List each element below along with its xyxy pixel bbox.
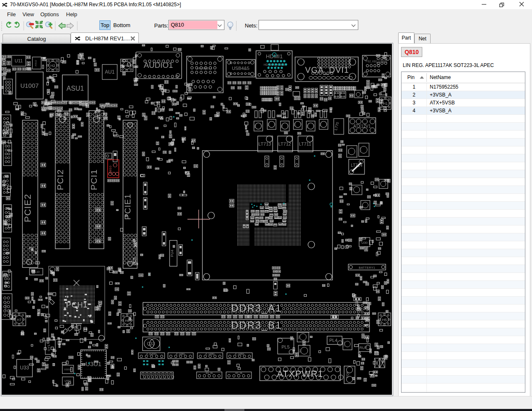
svg-text:EQ8: EQ8 (345, 371, 349, 378)
svg-text:PQ729: PQ729 (360, 147, 362, 152)
svg-text:COM1: COM1 (4, 122, 6, 130)
svg-text:AU1: AU1 (105, 69, 115, 75)
svg-text:H3: H3 (124, 64, 129, 68)
svg-text:PL5: PL5 (281, 344, 290, 349)
svg-text:U11: U11 (15, 58, 22, 63)
svg-text:U3U1: U3U1 (86, 360, 101, 367)
svg-text:F_AUDIO: F_AUDIO (147, 353, 157, 355)
svg-text:PS2_KB1_USB01: PS2_KB1_USB01 (366, 60, 388, 63)
svg-text:U33: U33 (20, 365, 29, 371)
svg-text:H5: H5 (382, 318, 387, 322)
svg-text:CQ744: CQ744 (343, 341, 345, 347)
svg-text:PCIE1: PCIE1 (123, 194, 132, 220)
svg-text:PQ7: PQ7 (254, 124, 256, 128)
svg-text:PQ7: PQ7 (306, 124, 308, 128)
svg-text:Q33: Q33 (147, 342, 155, 346)
svg-text:PQ7: PQ7 (299, 349, 301, 353)
svg-text:VGA_DVI1: VGA_DVI1 (305, 65, 349, 75)
svg-text:H1: H1 (383, 102, 388, 106)
svg-text:PCI1: PCI1 (89, 169, 99, 191)
svg-text:PQ7: PQ7 (281, 124, 283, 128)
svg-text:ATX12V1: ATX12V1 (353, 124, 371, 129)
svg-text:DDR3_A1: DDR3_A1 (231, 302, 282, 314)
svg-text:H7: H7 (17, 318, 22, 322)
svg-text:PQ7: PQ7 (293, 122, 296, 126)
svg-text:PQ7: PQ7 (267, 122, 269, 126)
svg-text:DDR3_B1: DDR3_B1 (231, 319, 282, 331)
svg-text:ATXPWR1: ATXPWR1 (277, 369, 323, 379)
svg-text:PQ7: PQ7 (298, 335, 300, 339)
svg-text:F_USB1: F_USB1 (176, 353, 185, 355)
svg-text:ASU1: ASU1 (66, 85, 84, 92)
svg-text:PCI2: PCI2 (55, 169, 65, 191)
svg-text:U30: U30 (362, 241, 368, 245)
svg-text:6Q_06: 6Q_06 (206, 372, 213, 374)
svg-text:ASU2: ASU2 (34, 60, 37, 67)
svg-text:PANEL1: PANEL1 (5, 302, 7, 311)
svg-text:H2: H2 (50, 64, 55, 68)
svg-text:L770: L770 (334, 121, 340, 131)
svg-text:LT712: LT712 (278, 141, 291, 146)
svg-text:PCH1: PCH1 (66, 301, 88, 309)
svg-text:PU4: PU4 (170, 250, 174, 257)
svg-text:USB4&5: USB4&5 (232, 66, 249, 71)
svg-text:LT711: LT711 (299, 141, 311, 146)
svg-text:PQ7: PQ7 (319, 122, 321, 126)
svg-text:F_USB3: F_USB3 (235, 353, 244, 355)
svg-text:BATTERY1: BATTERY1 (359, 266, 375, 269)
svg-text:GY1: GY1 (47, 344, 51, 351)
svg-text:U1007: U1007 (20, 82, 39, 89)
svg-text:F_USB2: F_USB2 (206, 353, 214, 355)
svg-text:PL4: PL4 (329, 338, 337, 343)
svg-text:LT713: LT713 (259, 141, 271, 146)
svg-text:PQ719: PQ719 (347, 149, 350, 154)
svg-text:6Q_06: 6Q_06 (235, 372, 242, 374)
svg-text:PCIE2: PCIE2 (22, 194, 33, 223)
